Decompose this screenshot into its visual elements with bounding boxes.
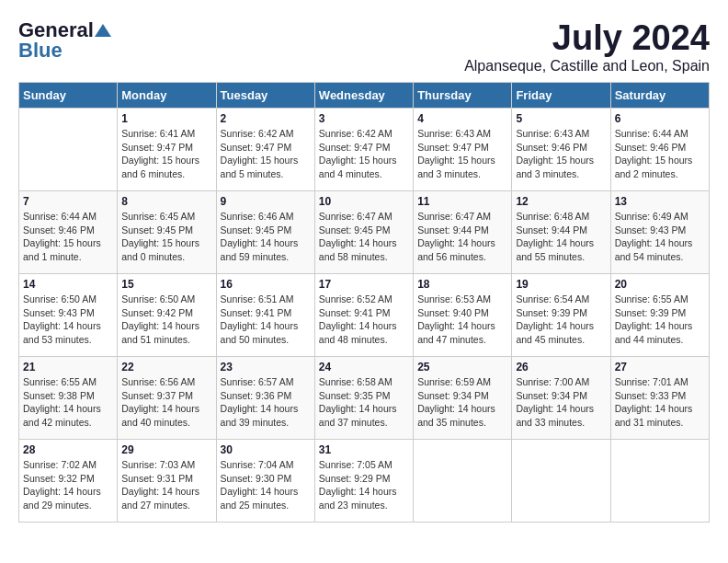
calendar-cell: 30Sunrise: 7:04 AMSunset: 9:30 PMDayligh…	[216, 440, 314, 523]
day-number: 6	[615, 112, 705, 125]
calendar-cell: 9Sunrise: 6:46 AMSunset: 9:45 PMDaylight…	[216, 191, 314, 274]
day-detail: Sunrise: 6:54 AMSunset: 9:39 PMDaylight:…	[516, 293, 606, 347]
day-number: 22	[121, 361, 211, 373]
day-detail: Sunrise: 6:53 AMSunset: 9:40 PMDaylight:…	[417, 293, 507, 347]
day-detail: Sunrise: 6:59 AMSunset: 9:34 PMDaylight:…	[417, 375, 507, 430]
location-title: Alpanseque, Castille and Leon, Spain	[464, 58, 710, 75]
calendar-cell: 25Sunrise: 6:59 AMSunset: 9:34 PMDayligh…	[414, 357, 512, 440]
calendar-table: SundayMondayTuesdayWednesdayThursdayFrid…	[18, 82, 710, 523]
calendar-cell: 1Sunrise: 6:41 AMSunset: 9:47 PMDaylight…	[118, 109, 216, 191]
day-number: 16	[221, 278, 311, 291]
day-number: 23	[221, 361, 311, 373]
day-detail: Sunrise: 6:49 AMSunset: 9:43 PMDaylight:…	[615, 210, 705, 264]
calendar-cell: 11Sunrise: 6:47 AMSunset: 9:44 PMDayligh…	[414, 191, 512, 274]
day-detail: Sunrise: 7:02 AMSunset: 9:32 PMDaylight:…	[23, 458, 113, 512]
day-number: 25	[417, 361, 507, 373]
calendar-cell: 16Sunrise: 6:51 AMSunset: 9:41 PMDayligh…	[216, 274, 314, 357]
calendar-cell: 18Sunrise: 6:53 AMSunset: 9:40 PMDayligh…	[414, 274, 512, 357]
day-number: 14	[23, 278, 113, 291]
day-number: 17	[319, 278, 409, 291]
day-detail: Sunrise: 6:52 AMSunset: 9:41 PMDaylight:…	[319, 293, 409, 347]
day-detail: Sunrise: 6:48 AMSunset: 9:44 PMDaylight:…	[516, 210, 606, 264]
col-header-sunday: Sunday	[19, 83, 118, 109]
calendar-cell	[19, 109, 118, 191]
day-detail: Sunrise: 6:55 AMSunset: 9:38 PMDaylight:…	[23, 375, 113, 430]
day-detail: Sunrise: 6:47 AMSunset: 9:44 PMDaylight:…	[417, 210, 507, 264]
calendar-cell: 13Sunrise: 6:49 AMSunset: 9:43 PMDayligh…	[610, 191, 709, 274]
day-detail: Sunrise: 7:05 AMSunset: 9:29 PMDaylight:…	[319, 458, 409, 512]
calendar-cell: 22Sunrise: 6:56 AMSunset: 9:37 PMDayligh…	[118, 357, 216, 440]
col-header-wednesday: Wednesday	[314, 83, 413, 109]
day-number: 9	[221, 195, 311, 208]
day-detail: Sunrise: 6:43 AMSunset: 9:46 PMDaylight:…	[516, 127, 606, 181]
day-detail: Sunrise: 6:47 AMSunset: 9:45 PMDaylight:…	[319, 210, 409, 264]
day-detail: Sunrise: 6:50 AMSunset: 9:43 PMDaylight:…	[23, 293, 113, 347]
month-title: July 2024	[464, 18, 710, 58]
day-detail: Sunrise: 6:57 AMSunset: 9:36 PMDaylight:…	[221, 375, 311, 430]
calendar-cell: 27Sunrise: 7:01 AMSunset: 9:33 PMDayligh…	[610, 357, 709, 440]
col-header-monday: Monday	[118, 83, 216, 109]
logo: General Blue	[18, 18, 112, 63]
day-detail: Sunrise: 6:42 AMSunset: 9:47 PMDaylight:…	[319, 127, 409, 181]
day-number: 20	[615, 278, 705, 291]
day-detail: Sunrise: 6:41 AMSunset: 9:47 PMDaylight:…	[121, 127, 211, 181]
day-detail: Sunrise: 6:44 AMSunset: 9:46 PMDaylight:…	[615, 127, 705, 181]
title-area: July 2024 Alpanseque, Castille and Leon,…	[464, 18, 710, 75]
calendar-cell: 6Sunrise: 6:44 AMSunset: 9:46 PMDaylight…	[610, 109, 709, 191]
day-detail: Sunrise: 7:03 AMSunset: 9:31 PMDaylight:…	[121, 458, 211, 512]
calendar-cell: 21Sunrise: 6:55 AMSunset: 9:38 PMDayligh…	[19, 357, 118, 440]
col-header-friday: Friday	[512, 83, 610, 109]
day-number: 19	[516, 278, 606, 291]
day-number: 28	[23, 443, 113, 456]
day-number: 31	[319, 443, 409, 456]
calendar-cell: 31Sunrise: 7:05 AMSunset: 9:29 PMDayligh…	[314, 440, 413, 523]
col-header-thursday: Thursday	[414, 83, 512, 109]
day-detail: Sunrise: 7:01 AMSunset: 9:33 PMDaylight:…	[615, 375, 705, 430]
calendar-cell	[414, 440, 512, 523]
col-header-saturday: Saturday	[610, 83, 709, 109]
day-detail: Sunrise: 6:44 AMSunset: 9:46 PMDaylight:…	[23, 210, 113, 264]
day-number: 4	[417, 112, 507, 125]
calendar-cell: 2Sunrise: 6:42 AMSunset: 9:47 PMDaylight…	[216, 109, 314, 191]
day-number: 26	[516, 361, 606, 373]
svg-marker-0	[95, 24, 111, 37]
calendar-cell: 23Sunrise: 6:57 AMSunset: 9:36 PMDayligh…	[216, 357, 314, 440]
calendar-cell: 29Sunrise: 7:03 AMSunset: 9:31 PMDayligh…	[118, 440, 216, 523]
logo-icon	[95, 24, 111, 37]
day-number: 10	[319, 195, 409, 208]
day-detail: Sunrise: 6:45 AMSunset: 9:45 PMDaylight:…	[121, 210, 211, 264]
calendar-cell: 12Sunrise: 6:48 AMSunset: 9:44 PMDayligh…	[512, 191, 610, 274]
day-number: 21	[23, 361, 113, 373]
day-number: 7	[23, 195, 113, 208]
day-detail: Sunrise: 6:58 AMSunset: 9:35 PMDaylight:…	[319, 375, 409, 430]
calendar-cell: 4Sunrise: 6:43 AMSunset: 9:47 PMDaylight…	[414, 109, 512, 191]
day-detail: Sunrise: 6:56 AMSunset: 9:37 PMDaylight:…	[121, 375, 211, 430]
day-number: 2	[221, 112, 311, 125]
day-number: 11	[417, 195, 507, 208]
day-detail: Sunrise: 6:43 AMSunset: 9:47 PMDaylight:…	[417, 127, 507, 181]
calendar-cell: 10Sunrise: 6:47 AMSunset: 9:45 PMDayligh…	[314, 191, 413, 274]
day-number: 3	[319, 112, 409, 125]
calendar-cell: 14Sunrise: 6:50 AMSunset: 9:43 PMDayligh…	[19, 274, 118, 357]
logo-blue: Blue	[18, 39, 63, 63]
day-detail: Sunrise: 7:00 AMSunset: 9:34 PMDaylight:…	[516, 375, 606, 430]
calendar-cell: 3Sunrise: 6:42 AMSunset: 9:47 PMDaylight…	[314, 109, 413, 191]
day-detail: Sunrise: 6:50 AMSunset: 9:42 PMDaylight:…	[121, 293, 211, 347]
calendar-cell: 26Sunrise: 7:00 AMSunset: 9:34 PMDayligh…	[512, 357, 610, 440]
day-number: 5	[516, 112, 606, 125]
day-number: 8	[121, 195, 211, 208]
day-number: 12	[516, 195, 606, 208]
calendar-cell: 5Sunrise: 6:43 AMSunset: 9:46 PMDaylight…	[512, 109, 610, 191]
day-number: 15	[121, 278, 211, 291]
day-number: 18	[417, 278, 507, 291]
day-number: 1	[121, 112, 211, 125]
day-number: 30	[221, 443, 311, 456]
day-number: 13	[615, 195, 705, 208]
calendar-cell: 15Sunrise: 6:50 AMSunset: 9:42 PMDayligh…	[118, 274, 216, 357]
day-detail: Sunrise: 7:04 AMSunset: 9:30 PMDaylight:…	[221, 458, 311, 512]
header: General Blue July 2024 Alpanseque, Casti…	[18, 18, 710, 75]
day-number: 29	[121, 443, 211, 456]
calendar-cell: 7Sunrise: 6:44 AMSunset: 9:46 PMDaylight…	[19, 191, 118, 274]
calendar-cell: 17Sunrise: 6:52 AMSunset: 9:41 PMDayligh…	[314, 274, 413, 357]
day-number: 27	[615, 361, 705, 373]
